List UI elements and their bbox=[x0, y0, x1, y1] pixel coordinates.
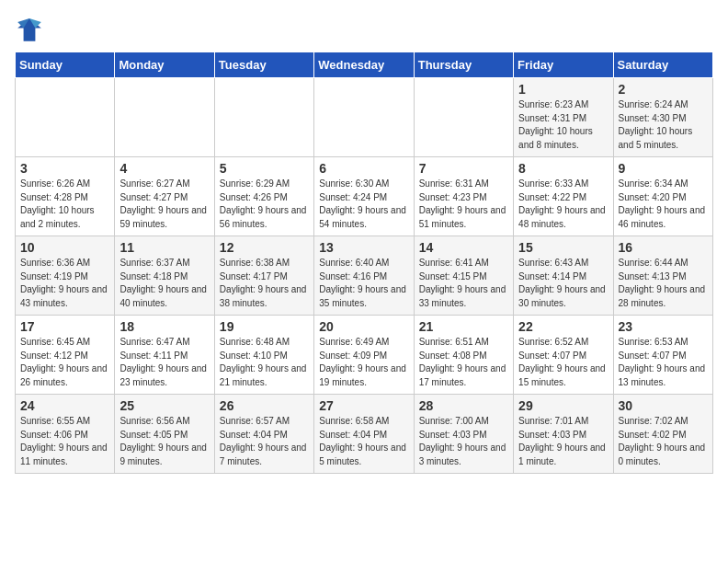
header-sunday: Sunday bbox=[16, 52, 115, 78]
calendar-cell: 4Sunrise: 6:27 AM Sunset: 4:27 PM Daylig… bbox=[115, 157, 214, 236]
calendar-cell: 3Sunrise: 6:26 AM Sunset: 4:28 PM Daylig… bbox=[16, 157, 115, 236]
calendar-cell bbox=[115, 78, 214, 157]
day-number: 8 bbox=[518, 161, 608, 176]
calendar-header: SundayMondayTuesdayWednesdayThursdayFrid… bbox=[16, 52, 713, 78]
calendar-cell: 28Sunrise: 7:00 AM Sunset: 4:03 PM Dayli… bbox=[414, 395, 513, 474]
day-number: 21 bbox=[419, 319, 508, 334]
calendar-cell: 17Sunrise: 6:45 AM Sunset: 4:12 PM Dayli… bbox=[16, 316, 115, 395]
calendar-cell: 29Sunrise: 7:01 AM Sunset: 4:03 PM Dayli… bbox=[514, 395, 613, 474]
logo-icon bbox=[15, 15, 44, 44]
calendar-cell: 2Sunrise: 6:24 AM Sunset: 4:30 PM Daylig… bbox=[613, 78, 712, 157]
day-number: 4 bbox=[119, 161, 209, 176]
calendar-cell: 8Sunrise: 6:33 AM Sunset: 4:22 PM Daylig… bbox=[514, 157, 613, 236]
calendar-cell: 24Sunrise: 6:55 AM Sunset: 4:06 PM Dayli… bbox=[16, 395, 115, 474]
day-number: 25 bbox=[119, 398, 209, 413]
calendar-cell: 13Sunrise: 6:40 AM Sunset: 4:16 PM Dayli… bbox=[314, 236, 414, 316]
header-tuesday: Tuesday bbox=[214, 52, 313, 78]
week-row-3: 17Sunrise: 6:45 AM Sunset: 4:12 PM Dayli… bbox=[16, 316, 713, 395]
day-info: Sunrise: 7:01 AM Sunset: 4:03 PM Dayligh… bbox=[518, 415, 608, 468]
day-info: Sunrise: 6:41 AM Sunset: 4:15 PM Dayligh… bbox=[419, 257, 508, 310]
day-info: Sunrise: 6:24 AM Sunset: 4:30 PM Dayligh… bbox=[619, 98, 708, 152]
calendar-cell: 7Sunrise: 6:31 AM Sunset: 4:23 PM Daylig… bbox=[414, 157, 513, 236]
day-number: 27 bbox=[319, 398, 408, 413]
day-info: Sunrise: 6:30 AM Sunset: 4:24 PM Dayligh… bbox=[319, 178, 408, 231]
day-number: 1 bbox=[518, 82, 608, 97]
day-info: Sunrise: 7:00 AM Sunset: 4:03 PM Dayligh… bbox=[419, 415, 508, 468]
calendar-cell: 5Sunrise: 6:29 AM Sunset: 4:26 PM Daylig… bbox=[214, 157, 313, 236]
calendar-cell: 19Sunrise: 6:48 AM Sunset: 4:10 PM Dayli… bbox=[214, 316, 313, 395]
calendar-cell bbox=[414, 78, 513, 157]
calendar-cell: 14Sunrise: 6:41 AM Sunset: 4:15 PM Dayli… bbox=[414, 236, 513, 316]
week-row-0: 1Sunrise: 6:23 AM Sunset: 4:31 PM Daylig… bbox=[16, 78, 713, 157]
day-info: Sunrise: 6:31 AM Sunset: 4:23 PM Dayligh… bbox=[419, 178, 508, 231]
logo bbox=[15, 15, 48, 44]
day-info: Sunrise: 6:51 AM Sunset: 4:08 PM Dayligh… bbox=[419, 336, 508, 389]
day-info: Sunrise: 6:53 AM Sunset: 4:07 PM Dayligh… bbox=[619, 336, 708, 389]
calendar-cell: 22Sunrise: 6:52 AM Sunset: 4:07 PM Dayli… bbox=[514, 316, 613, 395]
calendar-cell: 23Sunrise: 6:53 AM Sunset: 4:07 PM Dayli… bbox=[613, 316, 712, 395]
day-info: Sunrise: 6:36 AM Sunset: 4:19 PM Dayligh… bbox=[20, 257, 109, 310]
calendar-cell: 12Sunrise: 6:38 AM Sunset: 4:17 PM Dayli… bbox=[214, 236, 313, 316]
day-number: 17 bbox=[20, 319, 109, 334]
calendar-cell: 27Sunrise: 6:58 AM Sunset: 4:04 PM Dayli… bbox=[314, 395, 414, 474]
day-number: 28 bbox=[419, 398, 508, 413]
calendar-cell: 26Sunrise: 6:57 AM Sunset: 4:04 PM Dayli… bbox=[214, 395, 313, 474]
day-number: 14 bbox=[419, 240, 508, 255]
header-monday: Monday bbox=[115, 52, 214, 78]
day-info: Sunrise: 6:55 AM Sunset: 4:06 PM Dayligh… bbox=[20, 415, 109, 468]
day-number: 6 bbox=[319, 161, 408, 176]
day-info: Sunrise: 6:37 AM Sunset: 4:18 PM Dayligh… bbox=[119, 257, 209, 310]
day-info: Sunrise: 6:26 AM Sunset: 4:28 PM Dayligh… bbox=[20, 178, 109, 231]
calendar-cell bbox=[314, 78, 414, 157]
calendar-cell: 15Sunrise: 6:43 AM Sunset: 4:14 PM Dayli… bbox=[514, 236, 613, 316]
day-number: 26 bbox=[220, 398, 309, 413]
day-info: Sunrise: 6:45 AM Sunset: 4:12 PM Dayligh… bbox=[20, 336, 109, 389]
header-friday: Friday bbox=[514, 52, 613, 78]
day-info: Sunrise: 6:49 AM Sunset: 4:09 PM Dayligh… bbox=[319, 336, 408, 389]
day-number: 16 bbox=[619, 240, 708, 255]
day-number: 11 bbox=[119, 240, 209, 255]
day-info: Sunrise: 6:44 AM Sunset: 4:13 PM Dayligh… bbox=[619, 257, 708, 310]
day-number: 2 bbox=[619, 82, 708, 97]
day-number: 12 bbox=[220, 240, 309, 255]
day-info: Sunrise: 6:34 AM Sunset: 4:20 PM Dayligh… bbox=[619, 178, 708, 231]
day-number: 3 bbox=[20, 161, 109, 176]
day-number: 20 bbox=[319, 319, 408, 334]
day-number: 29 bbox=[518, 398, 608, 413]
calendar-cell: 20Sunrise: 6:49 AM Sunset: 4:09 PM Dayli… bbox=[314, 316, 414, 395]
day-info: Sunrise: 6:52 AM Sunset: 4:07 PM Dayligh… bbox=[518, 336, 608, 389]
calendar-cell: 21Sunrise: 6:51 AM Sunset: 4:08 PM Dayli… bbox=[414, 316, 513, 395]
day-info: Sunrise: 6:27 AM Sunset: 4:27 PM Dayligh… bbox=[119, 178, 209, 231]
calendar-cell: 9Sunrise: 6:34 AM Sunset: 4:20 PM Daylig… bbox=[613, 157, 712, 236]
day-number: 13 bbox=[319, 240, 408, 255]
calendar-cell: 10Sunrise: 6:36 AM Sunset: 4:19 PM Dayli… bbox=[16, 236, 115, 316]
day-info: Sunrise: 6:58 AM Sunset: 4:04 PM Dayligh… bbox=[319, 415, 408, 468]
day-number: 7 bbox=[419, 161, 508, 176]
day-info: Sunrise: 6:29 AM Sunset: 4:26 PM Dayligh… bbox=[220, 178, 309, 231]
day-number: 5 bbox=[220, 161, 309, 176]
calendar-body: 1Sunrise: 6:23 AM Sunset: 4:31 PM Daylig… bbox=[16, 78, 713, 474]
week-row-4: 24Sunrise: 6:55 AM Sunset: 4:06 PM Dayli… bbox=[16, 395, 713, 474]
week-row-2: 10Sunrise: 6:36 AM Sunset: 4:19 PM Dayli… bbox=[16, 236, 713, 316]
calendar-cell: 1Sunrise: 6:23 AM Sunset: 4:31 PM Daylig… bbox=[514, 78, 613, 157]
day-number: 9 bbox=[619, 161, 708, 176]
day-number: 24 bbox=[20, 398, 109, 413]
day-info: Sunrise: 6:56 AM Sunset: 4:05 PM Dayligh… bbox=[119, 415, 209, 468]
day-info: Sunrise: 7:02 AM Sunset: 4:02 PM Dayligh… bbox=[619, 415, 708, 468]
day-number: 15 bbox=[518, 240, 608, 255]
page-header bbox=[15, 15, 713, 44]
day-info: Sunrise: 6:33 AM Sunset: 4:22 PM Dayligh… bbox=[518, 178, 608, 231]
day-number: 18 bbox=[119, 319, 209, 334]
header-thursday: Thursday bbox=[414, 52, 513, 78]
calendar-cell: 6Sunrise: 6:30 AM Sunset: 4:24 PM Daylig… bbox=[314, 157, 414, 236]
day-info: Sunrise: 6:47 AM Sunset: 4:11 PM Dayligh… bbox=[119, 336, 209, 389]
calendar-cell: 30Sunrise: 7:02 AM Sunset: 4:02 PM Dayli… bbox=[613, 395, 712, 474]
day-number: 22 bbox=[518, 319, 608, 334]
calendar-cell: 11Sunrise: 6:37 AM Sunset: 4:18 PM Dayli… bbox=[115, 236, 214, 316]
header-saturday: Saturday bbox=[613, 52, 712, 78]
calendar-cell bbox=[16, 78, 115, 157]
header-wednesday: Wednesday bbox=[314, 52, 414, 78]
day-number: 19 bbox=[220, 319, 309, 334]
day-info: Sunrise: 6:40 AM Sunset: 4:16 PM Dayligh… bbox=[319, 257, 408, 310]
day-number: 23 bbox=[619, 319, 708, 334]
